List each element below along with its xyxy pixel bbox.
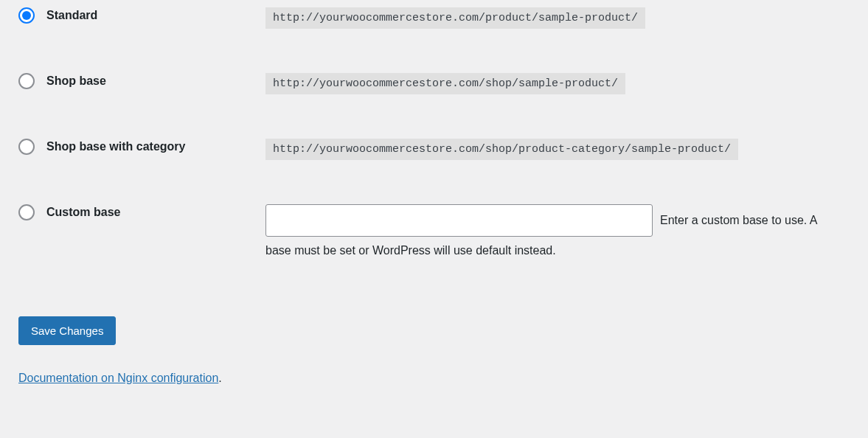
option-label-shop-base[interactable]: Shop base <box>46 74 106 88</box>
url-preview-shop-base-category: http://yourwoocommercestore.com/shop/pro… <box>265 139 738 160</box>
option-left: Custom base <box>18 204 265 220</box>
option-left: Shop base <box>18 73 265 89</box>
documentation-row: Documentation on Nginx configuration. <box>18 372 850 385</box>
radio-shop-base[interactable] <box>18 73 35 89</box>
option-right: http://yourwoocommercestore.com/product/… <box>265 7 850 29</box>
option-label-standard[interactable]: Standard <box>46 9 97 22</box>
option-left: Shop base with category <box>18 139 265 155</box>
nginx-documentation-link[interactable]: Documentation on Nginx configuration <box>18 372 218 384</box>
radio-shop-base-category[interactable] <box>18 139 35 155</box>
custom-base-helper-text-line1: Enter a custom base to use. A <box>660 214 817 227</box>
period: . <box>218 372 221 384</box>
url-preview-standard: http://yourwoocommercestore.com/product/… <box>265 7 645 29</box>
radio-custom-base[interactable] <box>18 204 35 220</box>
option-label-shop-base-category[interactable]: Shop base with category <box>46 140 185 153</box>
permalink-option-standard: Standard http://yourwoocommercestore.com… <box>18 7 850 29</box>
option-right: http://yourwoocommercestore.com/shop/sam… <box>265 73 850 94</box>
url-preview-shop-base: http://yourwoocommercestore.com/shop/sam… <box>265 73 625 94</box>
option-right: Enter a custom base to use. A base must … <box>265 204 850 257</box>
option-right: http://yourwoocommercestore.com/shop/pro… <box>265 139 850 160</box>
radio-standard[interactable] <box>18 7 35 24</box>
custom-base-input[interactable] <box>265 204 653 237</box>
custom-base-helper-text-line2: base must be set or WordPress will use d… <box>265 244 850 257</box>
save-changes-button[interactable]: Save Changes <box>18 316 116 345</box>
permalink-option-shop-base-category: Shop base with category http://yourwooco… <box>18 139 850 160</box>
option-label-custom-base[interactable]: Custom base <box>46 206 120 219</box>
permalink-option-shop-base: Shop base http://yourwoocommercestore.co… <box>18 73 850 94</box>
permalink-option-custom-base: Custom base Enter a custom base to use. … <box>18 204 850 257</box>
option-left: Standard <box>18 7 265 24</box>
